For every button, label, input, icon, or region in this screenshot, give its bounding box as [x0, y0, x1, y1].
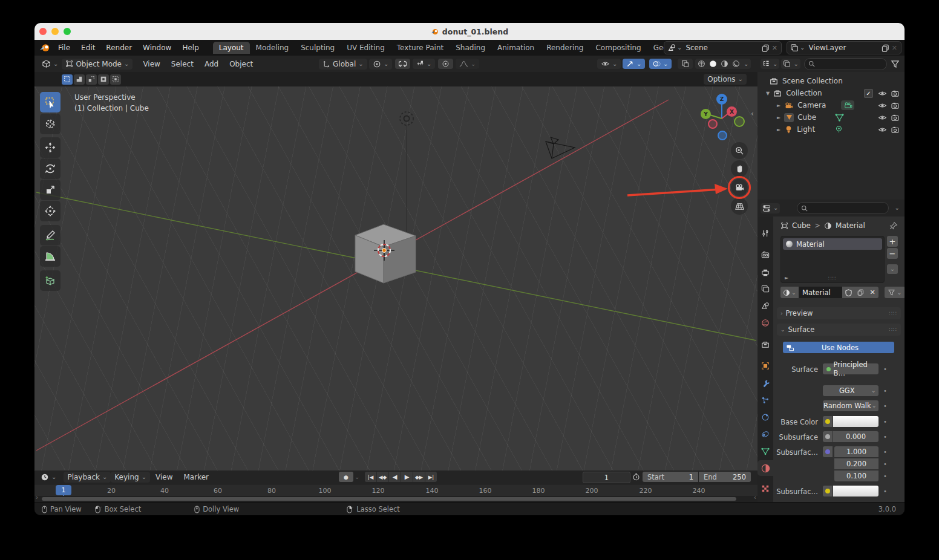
- material-slot-item[interactable]: Material: [783, 238, 882, 250]
- link-materials-dropdown[interactable]: ⌄: [885, 287, 905, 298]
- subsurface-slider[interactable]: 0.000: [833, 431, 878, 442]
- slot-list-grip[interactable]: ∷∷: [828, 275, 836, 281]
- stopwatch-icon[interactable]: [632, 473, 640, 481]
- outliner-display-mode-dropdown[interactable]: ⌄: [761, 59, 779, 69]
- workspace-tab-layout[interactable]: Layout: [213, 42, 250, 54]
- mesh-data-icon[interactable]: [835, 114, 844, 122]
- camera-view-button[interactable]: [731, 179, 748, 196]
- disable-render-icon[interactable]: [891, 114, 899, 121]
- proportional-falloff-dropdown[interactable]: ⌄: [456, 59, 479, 69]
- outliner-search-input[interactable]: [804, 58, 887, 70]
- browse-material-button[interactable]: ⌄: [780, 287, 799, 298]
- workspace-tab-compositing[interactable]: Compositing: [589, 42, 647, 54]
- subsurface-decorator[interactable]: •: [883, 434, 887, 440]
- remove-viewlayer-icon[interactable]: ✕: [892, 44, 897, 52]
- slot-list-expand-icon[interactable]: ►: [785, 275, 788, 281]
- workspace-tab-texture-paint[interactable]: Texture Paint: [391, 42, 450, 54]
- outliner-scope-dropdown[interactable]: ⌄: [781, 59, 800, 69]
- sss-color-socket[interactable]: [823, 486, 833, 497]
- axis-y-ball[interactable]: Y: [701, 109, 711, 119]
- menu-render[interactable]: Render: [100, 42, 137, 54]
- scroll-left-chevron[interactable]: ›: [36, 494, 38, 501]
- outliner-row-cube[interactable]: ► Cube: [757, 111, 905, 123]
- tool-add-cube[interactable]: [40, 270, 61, 291]
- properties-search-input[interactable]: [797, 202, 888, 214]
- scroll-right-chevron[interactable]: ‹: [754, 494, 756, 501]
- sss-color-swatch[interactable]: [833, 486, 878, 497]
- light-expand-icon[interactable]: ►: [777, 127, 780, 132]
- tool-move[interactable]: [40, 137, 61, 158]
- auto-key-chevron[interactable]: ⌄: [355, 474, 359, 480]
- tab-texture[interactable]: [757, 481, 773, 497]
- axis-z-neg-ball[interactable]: [718, 131, 727, 140]
- workspace-tab-shading[interactable]: Shading: [450, 42, 491, 54]
- tab-scene[interactable]: [757, 298, 773, 313]
- tool-transform[interactable]: [40, 201, 61, 221]
- tab-object-data[interactable]: [757, 443, 773, 459]
- shading-chevron[interactable]: ⌄: [744, 61, 748, 67]
- properties-editor-type-button[interactable]: ⌄: [761, 203, 780, 213]
- base-color-decorator[interactable]: •: [883, 418, 887, 425]
- outliner-row-collection[interactable]: ▼ Collection ✓: [757, 87, 905, 99]
- menu-window[interactable]: Window: [137, 42, 177, 54]
- new-scene-icon[interactable]: [762, 44, 770, 52]
- timeline-editor-type-button[interactable]: ⌄: [38, 472, 59, 482]
- proportional-edit-toggle[interactable]: [438, 59, 453, 69]
- tool-select-box[interactable]: [40, 92, 61, 112]
- select-mode-subtract-button[interactable]: [86, 74, 97, 85]
- scene-selector[interactable]: ⌄ Scene ✕: [664, 41, 782, 54]
- sss-radius-y-field[interactable]: 0.200: [834, 458, 878, 469]
- sss-method-decorator[interactable]: •: [883, 403, 887, 409]
- viewport-3d[interactable]: User Perspective (1) Collection | Cube Z…: [34, 86, 757, 470]
- sss-color-decorator[interactable]: •: [883, 488, 887, 495]
- jump-to-start-button[interactable]: |◀: [365, 472, 377, 482]
- menu-help[interactable]: Help: [177, 42, 204, 54]
- hide-eye-icon[interactable]: [878, 102, 887, 109]
- tab-output[interactable]: [757, 264, 773, 280]
- menu-view[interactable]: View: [137, 58, 165, 70]
- preview-panel-header[interactable]: › Preview ∷∷: [777, 307, 901, 319]
- snap-target-dropdown[interactable]: ⌄: [413, 59, 435, 69]
- outliner-row-scene-collection[interactable]: Scene Collection: [757, 75, 905, 87]
- shading-material-icon[interactable]: [721, 60, 728, 68]
- menu-edit[interactable]: Edit: [76, 42, 100, 54]
- axis-x-ball[interactable]: X: [727, 106, 737, 117]
- base-color-socket[interactable]: [823, 416, 833, 427]
- mode-dropdown[interactable]: Object Mode ⌄: [62, 59, 133, 70]
- timeline-ruler[interactable]: 20 40 60 80 100 120 140 160 180 200 220 …: [34, 484, 757, 497]
- tool-cursor[interactable]: [40, 114, 61, 134]
- tab-particles[interactable]: [757, 392, 773, 408]
- tab-constraints[interactable]: [757, 426, 773, 442]
- next-keyframe-button[interactable]: ◆▶: [413, 472, 425, 482]
- current-frame-field[interactable]: 1: [583, 472, 630, 483]
- tab-physics[interactable]: [757, 409, 773, 425]
- disable-render-icon[interactable]: [891, 102, 899, 109]
- options-button[interactable]: Options ⌄: [704, 74, 747, 85]
- pin-icon[interactable]: [889, 221, 898, 230]
- tab-tool[interactable]: [757, 226, 773, 241]
- hide-eye-icon[interactable]: [878, 114, 887, 121]
- collection-expand-icon[interactable]: ▼: [766, 91, 770, 96]
- jump-to-end-button[interactable]: ▶|: [425, 472, 437, 482]
- menu-select[interactable]: Select: [166, 58, 199, 70]
- material-name-field[interactable]: Material: [799, 287, 842, 298]
- select-mode-set-button[interactable]: [62, 74, 73, 85]
- surface-decorator[interactable]: •: [883, 366, 887, 373]
- tab-object[interactable]: [757, 358, 773, 374]
- menu-add[interactable]: Add: [199, 58, 224, 70]
- tab-modifiers[interactable]: [757, 376, 773, 391]
- disable-render-icon[interactable]: [891, 90, 899, 97]
- outliner-row-camera[interactable]: ► Camera: [757, 99, 905, 111]
- select-mode-extend-button[interactable]: [74, 74, 85, 85]
- timeline-view-menu[interactable]: View: [150, 471, 178, 483]
- hide-eye-icon[interactable]: [878, 90, 887, 97]
- transform-orientation-dropdown[interactable]: Global ⌄: [319, 59, 367, 70]
- auto-key-button[interactable]: ●: [339, 472, 353, 482]
- collection-checkbox[interactable]: ✓: [864, 89, 873, 98]
- tab-collection-props[interactable]: [757, 337, 773, 353]
- filter-icon[interactable]: [891, 60, 900, 68]
- sss-radius-z-decorator[interactable]: •: [883, 473, 887, 480]
- cube-object[interactable]: [355, 224, 416, 283]
- viewlayer-name[interactable]: ViewLayer: [805, 44, 881, 52]
- playhead[interactable]: 1: [56, 485, 71, 495]
